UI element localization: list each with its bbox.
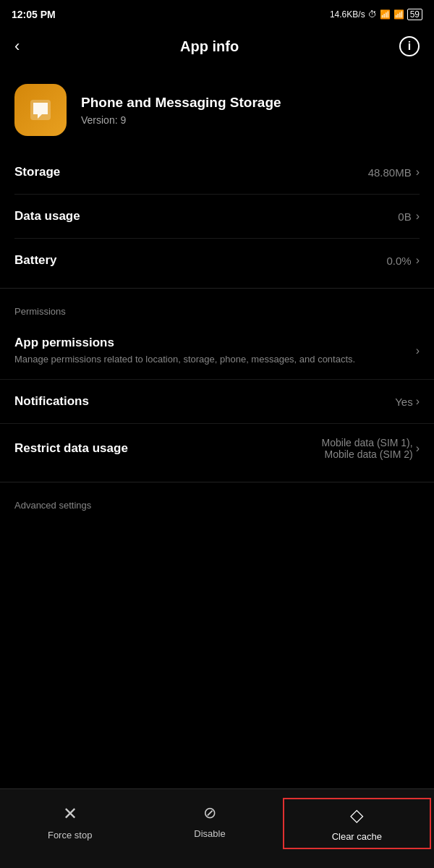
battery-icon: 59	[407, 9, 422, 20]
clock-icon: ⏱	[368, 9, 377, 20]
status-time: 12:05 PM	[12, 9, 56, 20]
storage-value-container: 48.80MB ›	[368, 166, 420, 179]
storage-value: 48.80MB	[368, 166, 412, 179]
data-usage-value: 0B	[398, 210, 411, 223]
battery-row[interactable]: Battery 0.0% ›	[14, 239, 420, 282]
data-usage-label: Data usage	[14, 209, 80, 224]
restrict-data-label: Restrict data usage	[14, 441, 128, 456]
top-nav: ‹ App info i	[0, 26, 434, 67]
notifications-value: Yes	[395, 396, 412, 408]
section-divider-2	[0, 482, 434, 482]
status-right: 14.6KB/s ⏱ 📶 📶 59	[330, 9, 422, 20]
clear-cache-action[interactable]: ◇ Clear cache	[283, 798, 431, 849]
battery-label: Battery	[14, 253, 57, 268]
storage-chevron: ›	[416, 166, 420, 179]
app-icon-svg	[26, 95, 55, 124]
app-permissions-desc: Manage permissions related to location, …	[14, 353, 407, 366]
data-usage-chevron: ›	[416, 210, 420, 223]
notifications-value-container: Yes ›	[395, 395, 420, 408]
notifications-chevron: ›	[416, 395, 420, 408]
data-usage-row[interactable]: Data usage 0B ›	[14, 195, 420, 239]
restrict-data-value-container: Mobile data (SIM 1),Mobile data (SIM 2) …	[322, 437, 420, 460]
data-usage-value-container: 0B ›	[398, 210, 420, 223]
storage-row[interactable]: Storage 48.80MB ›	[14, 150, 420, 195]
battery-value: 0.0%	[386, 255, 411, 267]
restrict-data-row[interactable]: Restrict data usage Mobile data (SIM 1),…	[0, 424, 434, 473]
clear-cache-icon: ◇	[350, 805, 363, 825]
force-stop-action[interactable]: ✕ Force stop	[0, 798, 140, 846]
battery-chevron: ›	[416, 254, 420, 267]
permissions-section-label: Permissions	[0, 294, 434, 323]
app-info: Phone and Messaging Storage Version: 9	[81, 94, 281, 127]
app-permissions-row[interactable]: App permissions Manage permissions relat…	[0, 323, 434, 380]
app-icon	[14, 84, 67, 136]
restrict-data-value: Mobile data (SIM 1),Mobile data (SIM 2)	[322, 437, 413, 460]
app-permissions-title: App permissions	[14, 336, 407, 350]
force-stop-label: Force stop	[48, 830, 92, 841]
disable-icon: ⊘	[203, 804, 216, 822]
force-stop-icon: ✕	[63, 804, 77, 824]
app-permissions-content: App permissions Manage permissions relat…	[14, 336, 416, 366]
page-title: App info	[180, 38, 239, 55]
settings-section: Storage 48.80MB › Data usage 0B › Batter…	[0, 150, 434, 282]
advanced-section-label: Advanced settings	[0, 488, 434, 516]
bottom-action-bar: ✕ Force stop ⊘ Disable ◇ Clear cache	[0, 788, 434, 868]
signal-icon: 📶	[380, 9, 391, 20]
info-button[interactable]: i	[399, 36, 420, 56]
disable-label: Disable	[194, 828, 225, 839]
status-bar: 12:05 PM 14.6KB/s ⏱ 📶 📶 59	[0, 0, 434, 26]
back-button[interactable]: ‹	[14, 37, 20, 56]
disable-action[interactable]: ⊘ Disable	[140, 798, 279, 845]
wifi-icon: 📶	[393, 9, 404, 20]
battery-value-container: 0.0% ›	[386, 254, 420, 267]
app-name: Phone and Messaging Storage	[81, 94, 281, 112]
app-header: Phone and Messaging Storage Version: 9	[0, 67, 434, 150]
restrict-data-chevron: ›	[416, 442, 420, 455]
clear-cache-label: Clear cache	[332, 831, 382, 842]
storage-label: Storage	[14, 165, 60, 179]
notifications-row[interactable]: Notifications Yes ›	[0, 380, 434, 424]
network-speed: 14.6KB/s	[330, 9, 365, 20]
app-version: Version: 9	[81, 114, 281, 126]
permissions-chevron: ›	[416, 344, 420, 357]
notifications-label: Notifications	[14, 394, 89, 409]
section-divider-1	[0, 288, 434, 289]
